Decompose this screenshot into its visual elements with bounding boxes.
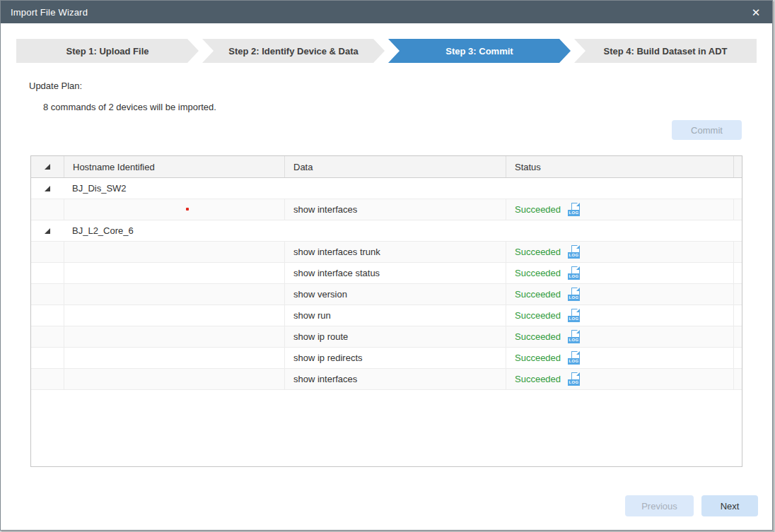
log-icon[interactable]: LOG <box>568 245 580 259</box>
group-row[interactable]: BJ_Dis_SW2 <box>31 178 742 199</box>
row-spacer <box>733 348 742 368</box>
row-hostname-cell <box>64 199 284 220</box>
log-fold-shape <box>576 372 580 376</box>
red-dot-artifact <box>186 208 189 211</box>
previous-button[interactable]: Previous <box>625 495 694 516</box>
commit-button[interactable]: Commit <box>672 120 742 140</box>
row-expander-spacer <box>31 199 64 220</box>
log-badge-label: LOG <box>568 252 580 259</box>
status-succeeded-text: Succeeded <box>515 374 561 384</box>
row-hostname-cell <box>64 348 284 368</box>
row-spacer <box>733 326 742 347</box>
command-status-cell: SucceededLOG <box>506 305 733 326</box>
command-data-cell: show interfaces <box>284 369 506 389</box>
step-1-upload-file[interactable]: Step 1: Upload File <box>16 39 199 63</box>
row-expander-spacer <box>31 326 64 347</box>
row-hostname-cell <box>64 305 284 326</box>
group-expand-triangle-icon[interactable] <box>45 186 50 191</box>
command-row[interactable]: show interfacesSucceededLOG <box>31 199 742 220</box>
log-icon[interactable]: LOG <box>568 351 580 365</box>
command-row[interactable]: show versionSucceededLOG <box>31 284 742 305</box>
log-fold-shape <box>576 288 580 291</box>
command-row[interactable]: show interfacesSucceededLOG <box>31 369 742 390</box>
row-expander-spacer <box>31 348 64 368</box>
log-fold-shape <box>576 351 580 355</box>
step-2-identify-device-data[interactable]: Step 2: Identify Device & Data <box>202 39 385 63</box>
command-data-cell: show ip redirects <box>284 348 506 368</box>
command-data-cell: show interfaces trunk <box>284 242 506 262</box>
row-spacer <box>733 284 742 305</box>
log-badge-label: LOG <box>568 295 580 301</box>
table-header: Hostname Identified Data Status <box>31 156 742 178</box>
commit-row: Commit <box>1 120 742 140</box>
command-row[interactable]: show ip routeSucceededLOG <box>31 326 742 348</box>
command-data-cell: show run <box>284 305 506 326</box>
collapse-triangle-icon <box>45 164 50 170</box>
command-row[interactable]: show runSucceededLOG <box>31 305 742 326</box>
import-file-wizard-dialog: Import File Wizard ✕ Step 1: Upload File… <box>0 0 773 531</box>
command-status-cell: SucceededLOG <box>506 242 733 262</box>
row-expander-spacer <box>31 242 64 262</box>
command-status-cell: SucceededLOG <box>506 263 733 283</box>
log-icon[interactable]: LOG <box>568 288 580 301</box>
row-expander-spacer <box>31 284 64 305</box>
log-badge-label: LOG <box>568 379 580 386</box>
group-expander-cell[interactable] <box>31 220 64 241</box>
log-icon[interactable]: LOG <box>568 266 580 280</box>
window-title: Import File Wizard <box>11 7 750 18</box>
log-fold-shape <box>576 203 580 206</box>
status-succeeded-text: Succeeded <box>515 247 561 257</box>
titlebar: Import File Wizard ✕ <box>1 1 772 23</box>
column-header-data[interactable]: Data <box>284 156 506 177</box>
log-icon[interactable]: LOG <box>568 309 580 322</box>
log-badge-label: LOG <box>568 210 580 216</box>
group-expander-cell[interactable] <box>31 178 64 199</box>
row-hostname-cell <box>64 326 284 347</box>
log-icon[interactable]: LOG <box>568 372 580 386</box>
log-icon[interactable]: LOG <box>568 330 580 343</box>
group-hostname: BJ_Dis_SW2 <box>64 178 127 199</box>
status-succeeded-text: Succeeded <box>515 331 561 342</box>
group-row[interactable]: BJ_L2_Core_6 <box>31 220 742 242</box>
command-row[interactable]: show ip redirectsSucceededLOG <box>31 348 742 369</box>
row-spacer <box>733 242 742 262</box>
row-spacer <box>733 199 742 220</box>
row-expander-spacer <box>31 263 64 283</box>
log-badge-label: LOG <box>568 316 580 322</box>
wizard-steps: Step 1: Upload File Step 2: Identify Dev… <box>16 39 757 63</box>
log-fold-shape <box>576 330 580 333</box>
close-icon[interactable]: ✕ <box>750 6 762 18</box>
command-status-cell: SucceededLOG <box>506 369 733 389</box>
next-button[interactable]: Next <box>701 495 758 516</box>
row-hostname-cell <box>64 284 284 305</box>
step-1-label: Step 1: Upload File <box>66 46 148 57</box>
step-4-build-dataset-adt[interactable]: Step 4: Build Dataset in ADT <box>574 39 757 63</box>
commands-table: Hostname Identified Data Status BJ_Dis_S… <box>30 155 742 467</box>
log-fold-shape <box>576 266 580 270</box>
command-row[interactable]: show interface statusSucceededLOG <box>31 263 742 284</box>
row-spacer <box>733 305 742 326</box>
step-3-commit[interactable]: Step 3: Commit <box>388 39 571 63</box>
row-hostname-cell <box>64 263 284 283</box>
column-header-status[interactable]: Status <box>506 156 733 177</box>
command-data-cell: show interface status <box>284 263 506 283</box>
row-spacer <box>733 369 742 389</box>
step-4-label: Step 4: Build Dataset in ADT <box>603 46 727 57</box>
log-badge-label: LOG <box>568 273 580 280</box>
group-hostname: BJ_L2_Core_6 <box>64 220 134 241</box>
row-hostname-cell <box>64 369 284 389</box>
command-data-cell: show interfaces <box>284 199 506 220</box>
status-succeeded-text: Succeeded <box>515 310 561 321</box>
command-status-cell: SucceededLOG <box>506 348 733 368</box>
log-icon[interactable]: LOG <box>568 203 580 216</box>
status-succeeded-text: Succeeded <box>515 289 561 300</box>
row-expander-spacer <box>31 305 64 326</box>
log-fold-shape <box>576 309 580 312</box>
step-2-label: Step 2: Identify Device & Data <box>228 46 359 57</box>
command-row[interactable]: show interfaces trunkSucceededLOG <box>31 242 742 263</box>
group-expand-triangle-icon[interactable] <box>45 228 50 234</box>
row-expander-spacer <box>31 369 64 389</box>
footer-buttons: Previous Next <box>625 495 758 516</box>
column-header-hostname[interactable]: Hostname Identified <box>64 156 284 177</box>
table-body: BJ_Dis_SW2show interfacesSucceededLOGBJ_… <box>31 178 742 390</box>
